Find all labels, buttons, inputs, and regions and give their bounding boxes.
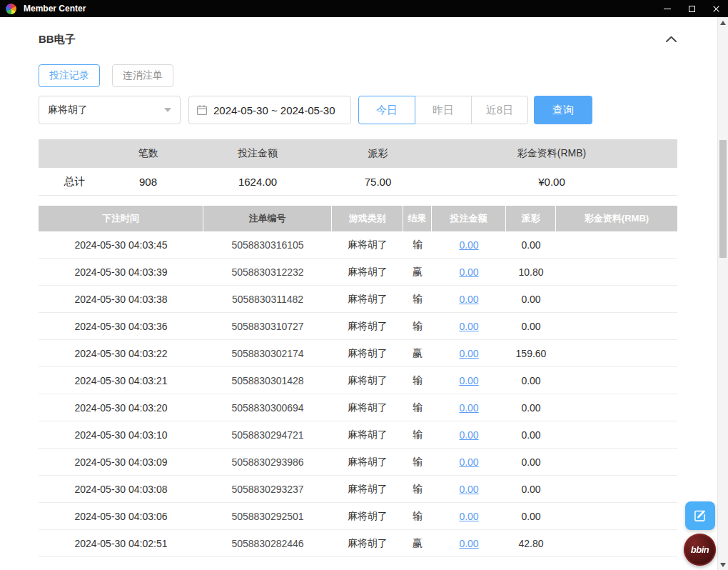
summary-header-blank (39, 139, 111, 168)
cell-game-type: 麻将胡了 (332, 476, 403, 502)
col-header-game: 游戏类别 (332, 206, 403, 231)
cell-bonus (556, 231, 677, 258)
cell-payout: 0.00 (506, 394, 556, 421)
bet-amount-link[interactable]: 0.00 (459, 321, 478, 332)
cell-order-no: 5058830293237 (203, 476, 332, 502)
tab-bet-records[interactable]: 投注记录 (39, 64, 100, 87)
chevron-down-icon (164, 108, 171, 112)
table-row: 2024-05-30 04:03:20 5058830300694 麻将胡了 输… (39, 394, 677, 421)
bet-table-header: 下注时间 注单编号 游戏类别 结果 投注金额 派彩 彩金资料(RMB) (39, 206, 677, 231)
summary-total-row: 总计 908 1624.00 75.00 ¥0.00 (39, 168, 677, 196)
cell-bet-time: 2024-05-30 04:03:06 (39, 503, 203, 529)
filter-bar: 麻将胡了 2024-05-30 ~ 2024-05-30 今日 昨日 近8日 查… (39, 96, 677, 124)
cell-game-type: 麻将胡了 (332, 340, 403, 366)
bet-amount-link[interactable]: 0.00 (459, 266, 478, 278)
table-row: 2024-05-30 04:03:45 5058830316105 麻将胡了 输… (39, 231, 677, 259)
cell-bonus (556, 394, 677, 421)
quick-range-last8days[interactable]: 近8日 (471, 96, 528, 124)
cell-bonus (556, 313, 677, 339)
col-header-bet-amount: 投注金额 (432, 206, 506, 231)
cell-bet-time: 2024-05-30 04:03:36 (39, 313, 203, 339)
feedback-edit-button[interactable] (685, 501, 715, 530)
bet-amount-link[interactable]: 0.00 (459, 456, 478, 468)
table-row: 2024-05-30 04:03:10 5058830294721 麻将胡了 输… (39, 421, 677, 449)
col-header-bonus: 彩金资料(RMB) (556, 206, 677, 231)
panel-title: BB电子 (39, 33, 76, 46)
summary-table: 笔数 投注金额 派彩 彩金资料(RMB) 总计 908 1624.00 75.0… (39, 139, 677, 196)
bet-amount-link[interactable]: 0.00 (459, 402, 478, 414)
cell-bonus (556, 367, 677, 394)
scroll-up-button[interactable] (718, 17, 728, 28)
window-title: Member Center (24, 4, 86, 14)
cell-payout: 0.00 (506, 313, 556, 339)
bet-records-table: 下注时间 注单编号 游戏类别 结果 投注金额 派彩 彩金资料(RMB) 2024… (39, 206, 677, 557)
cell-order-no: 5058830301428 (203, 367, 332, 394)
summary-header-bonus: 彩金资料(RMB) (426, 139, 677, 168)
cell-bonus (556, 259, 677, 285)
cell-game-type: 麻将胡了 (332, 286, 403, 312)
cell-bet-time: 2024-05-30 04:03:39 (39, 259, 203, 285)
quick-range-today[interactable]: 今日 (358, 96, 415, 124)
summary-total-label: 总计 (39, 168, 111, 195)
bet-amount-link[interactable]: 0.00 (459, 538, 478, 549)
table-row: 2024-05-30 04:03:06 5058830292501 麻将胡了 输… (39, 503, 677, 530)
tab-cancelled-orders[interactable]: 连消注单 (112, 64, 173, 87)
search-button[interactable]: 查询 (534, 96, 592, 124)
quick-range-yesterday[interactable]: 昨日 (415, 96, 472, 124)
bet-amount-link[interactable]: 0.00 (459, 375, 478, 386)
maximize-button[interactable] (679, 0, 704, 17)
maximize-icon (689, 6, 695, 12)
col-header-time: 下注时间 (39, 206, 203, 231)
cell-result: 输 (403, 394, 432, 421)
cell-order-no: 5058830293986 (203, 449, 332, 475)
bet-amount-link[interactable]: 0.00 (459, 294, 478, 305)
bet-amount-link[interactable]: 0.00 (459, 511, 478, 522)
game-type-value: 麻将胡了 (48, 104, 88, 116)
vertical-scrollbar[interactable] (717, 17, 728, 570)
cell-result: 赢 (403, 340, 432, 366)
close-button[interactable] (704, 0, 728, 17)
chevron-up-icon[interactable] (665, 36, 677, 43)
cell-bonus (556, 449, 677, 475)
cell-order-no: 5058830312232 (203, 259, 332, 285)
table-row: 2024-05-30 04:03:21 5058830301428 麻将胡了 输… (39, 367, 677, 394)
cell-payout: 0.00 (506, 449, 556, 475)
summary-bonus-value: ¥0.00 (426, 168, 677, 195)
arrow-down-icon (720, 563, 726, 567)
summary-header-payout: 派彩 (330, 139, 426, 168)
date-range-picker[interactable]: 2024-05-30 ~ 2024-05-30 (188, 96, 351, 124)
table-row: 2024-05-30 04:02:51 5058830282446 麻将胡了 赢… (39, 530, 677, 557)
summary-header-row: 笔数 投注金额 派彩 彩金资料(RMB) (39, 139, 677, 168)
cell-result: 输 (403, 476, 432, 502)
cell-payout: 159.60 (506, 340, 556, 366)
bbin-logo-button[interactable]: bbin (684, 534, 716, 566)
cell-bet-time: 2024-05-30 04:03:09 (39, 449, 203, 475)
cell-result: 输 (403, 449, 432, 475)
cell-bet-time: 2024-05-30 04:03:10 (39, 421, 203, 448)
table-row: 2024-05-30 04:03:08 5058830293237 麻将胡了 输… (39, 476, 677, 503)
cell-bet-time: 2024-05-30 04:03:08 (39, 476, 203, 502)
cell-bonus (556, 476, 677, 502)
bet-amount-link[interactable]: 0.00 (459, 239, 478, 251)
scrollbar-thumb[interactable] (719, 140, 727, 258)
cell-payout: 0.00 (506, 476, 556, 502)
main-content: BB电子 投注记录 连消注单 麻将胡了 2024-05-30 ~ 2024-05… (0, 17, 717, 570)
bet-amount-link[interactable]: 0.00 (459, 484, 478, 495)
game-type-select[interactable]: 麻将胡了 (39, 96, 181, 124)
titlebar: Member Center (0, 0, 728, 17)
cell-order-no: 5058830294721 (203, 421, 332, 448)
table-row: 2024-05-30 04:03:38 5058830311482 麻将胡了 输… (39, 286, 677, 313)
bet-amount-link[interactable]: 0.00 (459, 429, 478, 441)
cell-order-no: 5058830302174 (203, 340, 332, 366)
cell-result: 输 (403, 313, 432, 339)
bet-amount-link[interactable]: 0.00 (459, 348, 478, 359)
summary-count-value: 908 (111, 168, 186, 195)
scroll-down-button[interactable] (718, 559, 728, 570)
summary-header-bet-amount: 投注金额 (186, 139, 330, 168)
minimize-button[interactable] (655, 0, 679, 17)
cell-game-type: 麻将胡了 (332, 449, 403, 475)
cell-payout: 42.80 (506, 530, 556, 556)
cell-payout: 0.00 (506, 421, 556, 448)
table-row: 2024-05-30 04:03:36 5058830310727 麻将胡了 输… (39, 313, 677, 340)
bbin-logo-label: bbin (691, 544, 709, 555)
